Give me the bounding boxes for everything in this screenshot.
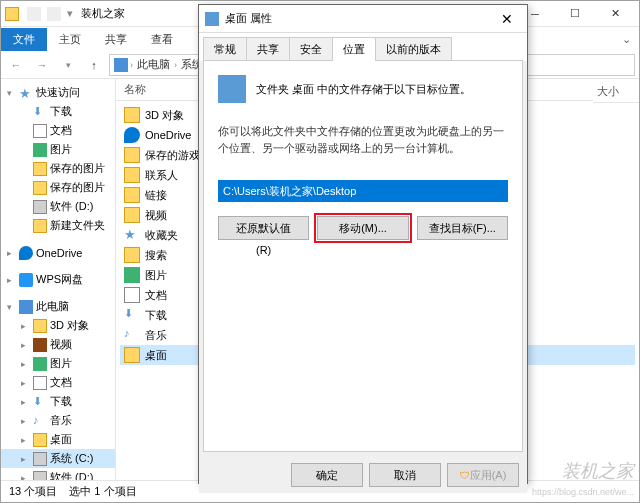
sidebar-item-label: WPS网盘	[36, 272, 83, 287]
sidebar-item-label: 3D 对象	[50, 318, 89, 333]
doc-icon	[124, 287, 140, 303]
move-button[interactable]: 移动(M)...	[317, 216, 408, 240]
folder-icon	[124, 147, 140, 163]
tab-home[interactable]: 主页	[47, 28, 93, 51]
expand-icon[interactable]: ▸	[21, 397, 30, 407]
expand-icon[interactable]: ▾	[7, 302, 16, 312]
back-button[interactable]: ←	[5, 54, 27, 76]
sidebar-item[interactable]: ▸⬇下载	[1, 392, 115, 411]
ribbon-expand-icon[interactable]: ⌄	[622, 33, 631, 46]
tab-security[interactable]: 安全	[289, 37, 333, 61]
tab-share[interactable]: 共享	[93, 28, 139, 51]
sidebar-item[interactable]: ▾此电脑	[1, 297, 115, 316]
star-icon: ★	[124, 227, 140, 243]
expand-icon[interactable]: ▾	[7, 88, 16, 98]
expand-icon[interactable]: ▸	[7, 275, 16, 285]
properties-dialog: 桌面 属性 ✕ 常规 共享 安全 位置 以前的版本 文件夹 桌面 中的文件存储于…	[198, 4, 528, 484]
sidebar-item-label: 下载	[50, 104, 72, 119]
sidebar-item[interactable]: ▾★快速访问	[1, 83, 115, 102]
tab-general[interactable]: 常规	[203, 37, 247, 61]
sidebar-item[interactable]: ▸WPS网盘	[1, 270, 115, 289]
sidebar-item[interactable]: ▸系统 (C:)	[1, 449, 115, 468]
onedrive-icon	[124, 127, 140, 143]
recent-dropdown-icon[interactable]: ▾	[57, 54, 79, 76]
sidebar-item[interactable]: ▸文档	[1, 373, 115, 392]
expand-icon[interactable]: ▸	[21, 435, 30, 445]
sidebar-item[interactable]: ▸♪音乐	[1, 411, 115, 430]
tab-previous[interactable]: 以前的版本	[375, 37, 452, 61]
expand-icon[interactable]: ▸	[21, 416, 30, 426]
sidebar-item[interactable]: 软件 (D:)	[1, 197, 115, 216]
qat-item[interactable]	[47, 7, 61, 21]
dialog-title: 桌面 属性	[225, 11, 493, 26]
sidebar-item[interactable]	[1, 289, 115, 297]
onedrive-icon	[19, 246, 33, 260]
qat-item[interactable]	[27, 7, 41, 21]
sidebar-item[interactable]: 保存的图片	[1, 159, 115, 178]
sidebar-item[interactable]: ▸视频	[1, 335, 115, 354]
pc-icon	[19, 300, 33, 314]
list-item-label: 文档	[145, 288, 167, 303]
sidebar-item[interactable]: 保存的图片	[1, 178, 115, 197]
expand-icon[interactable]: ▸	[21, 321, 30, 331]
sidebar-item[interactable]: 图片	[1, 140, 115, 159]
expand-icon[interactable]: ▸	[21, 454, 30, 464]
list-item-label: 下载	[145, 308, 167, 323]
apply-button[interactable]: 🛡应用(A)	[447, 463, 519, 487]
find-target-button[interactable]: 查找目标(F)...	[417, 216, 508, 240]
expand-icon[interactable]: ▸	[21, 340, 30, 350]
tab-file[interactable]: 文件	[1, 28, 47, 51]
list-item-label: 链接	[145, 188, 167, 203]
dialog-close-button[interactable]: ✕	[493, 11, 521, 27]
pic-icon	[33, 143, 47, 157]
up-button[interactable]: ↑	[83, 54, 105, 76]
folder-icon	[124, 247, 140, 263]
folder-icon	[124, 347, 140, 363]
info-text: 文件夹 桌面 中的文件存储于以下目标位置。	[256, 82, 471, 97]
sidebar-item[interactable]: ▸OneDrive	[1, 243, 115, 262]
expand-icon[interactable]: ▸	[21, 473, 30, 481]
tab-view[interactable]: 查看	[139, 28, 185, 51]
expand-icon[interactable]: ▸	[7, 248, 16, 258]
sidebar-item[interactable]	[1, 235, 115, 243]
column-header-size[interactable]: 大小	[593, 81, 639, 103]
sidebar-item[interactable]: 文档	[1, 121, 115, 140]
nav-sidebar: ▾★快速访问⬇下载文档图片保存的图片保存的图片软件 (D:)新建文件夹▸OneD…	[1, 79, 116, 480]
download-icon: ⬇	[124, 307, 140, 323]
breadcrumb-segment[interactable]: 此电脑	[135, 57, 172, 72]
sidebar-item-label: 软件 (D:)	[50, 470, 93, 480]
sidebar-item-label: 文档	[50, 375, 72, 390]
folder-icon	[124, 187, 140, 203]
close-button[interactable]: ✕	[595, 1, 635, 27]
sidebar-item[interactable]: ▸桌面	[1, 430, 115, 449]
chevron-right-icon[interactable]: ›	[130, 60, 133, 70]
sidebar-item[interactable]: ▸3D 对象	[1, 316, 115, 335]
forward-button[interactable]: →	[31, 54, 53, 76]
sidebar-item-label: 文档	[50, 123, 72, 138]
expand-icon[interactable]: ▸	[21, 359, 30, 369]
sidebar-item[interactable]: ⬇下载	[1, 102, 115, 121]
ok-button[interactable]: 确定	[291, 463, 363, 487]
tab-location[interactable]: 位置	[332, 37, 376, 61]
path-input[interactable]	[218, 180, 508, 202]
chevron-right-icon[interactable]: ›	[174, 60, 177, 70]
sidebar-item[interactable]: 新建文件夹	[1, 216, 115, 235]
expand-icon[interactable]: ▸	[21, 378, 30, 388]
sidebar-item-label: 视频	[50, 337, 72, 352]
restore-default-button[interactable]: 还原默认值(R)	[218, 216, 309, 240]
list-item-label: 收藏夹	[145, 228, 178, 243]
list-item-label: 搜索	[145, 248, 167, 263]
sidebar-item-label: 图片	[50, 142, 72, 157]
sidebar-item-label: 图片	[50, 356, 72, 371]
sidebar-item[interactable]: ▸软件 (D:)	[1, 468, 115, 480]
qat-dropdown-icon[interactable]: ▾	[67, 7, 73, 21]
music-icon: ♪	[124, 327, 140, 343]
shield-icon: 🛡	[460, 470, 470, 481]
maximize-button[interactable]: ☐	[555, 1, 595, 27]
tab-share[interactable]: 共享	[246, 37, 290, 61]
cancel-button[interactable]: 取消	[369, 463, 441, 487]
sidebar-item[interactable]	[1, 262, 115, 270]
dialog-footer: 确定 取消 🛡应用(A)	[199, 457, 527, 493]
doc-icon	[33, 376, 47, 390]
sidebar-item[interactable]: ▸图片	[1, 354, 115, 373]
